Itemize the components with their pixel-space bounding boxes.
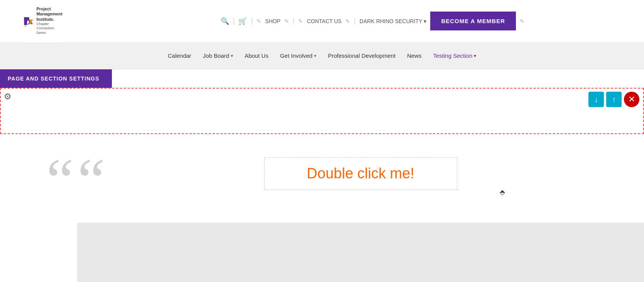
arrow-down-icon: ↓: [594, 95, 598, 104]
gear-button[interactable]: ⚙: [4, 92, 12, 102]
dark-rhino-label: DARK RHINO SECURITY: [360, 18, 423, 24]
nav-items-list: Calendar Job Board About Us Get Involved…: [168, 49, 477, 62]
member-pencil-icon[interactable]: ✎: [520, 18, 524, 24]
move-up-button[interactable]: ↑: [606, 92, 622, 107]
shop-edit-icon[interactable]: ✎: [257, 18, 261, 24]
separator-3: |: [293, 17, 295, 25]
logo-area[interactable]: Project Project Management Institute. Ch…: [24, 0, 63, 42]
nav-item-calendar[interactable]: Calendar: [168, 49, 191, 62]
nav-item-jobboard[interactable]: Job Board: [203, 49, 233, 62]
top-nav-right: 🔍 | 🛒 | ✎ SHOP ✎ | ✎ CONTACT US ✎ | DARK…: [63, 12, 636, 30]
gray-content-block: [77, 223, 644, 282]
editable-text: Double click me!: [307, 165, 414, 181]
arrow-up-icon: ↑: [612, 95, 616, 104]
main-nav: Calendar Job Board About Us Get Involved…: [0, 42, 644, 69]
svg-text:Project: Project: [24, 26, 27, 27]
logo-svg: Project: [24, 4, 35, 39]
content-area: “ “ Double click me! ⬘: [0, 134, 644, 282]
contact-edit-icon[interactable]: ✎: [298, 18, 303, 24]
separator-4: |: [354, 17, 356, 25]
contact-pencil-icon[interactable]: ✎: [345, 18, 350, 24]
become-member-button[interactable]: BECOME A MEMBER: [430, 12, 516, 30]
move-down-button[interactable]: ↓: [588, 92, 604, 107]
nav-item-prodev[interactable]: Professional Development: [328, 49, 396, 62]
search-icon[interactable]: 🔍: [221, 17, 229, 25]
contact-us-link[interactable]: CONTACT US: [307, 18, 341, 24]
cart-icon[interactable]: 🛒: [238, 17, 247, 25]
section-settings-bar[interactable]: PAGE AND SECTION SETTINGS: [0, 69, 112, 88]
close-icon: ✕: [628, 94, 635, 104]
action-buttons: ↓ ↑ ✕: [588, 92, 639, 107]
quote-mark-2: “: [78, 149, 105, 211]
nav-item-testing[interactable]: Testing Section: [433, 49, 477, 62]
quote-marks: “ “: [46, 149, 105, 211]
top-bar: Project Project Management Institute. Ch…: [0, 0, 644, 42]
nav-item-news[interactable]: News: [407, 49, 422, 62]
cursor-indicator: ⬘: [500, 188, 505, 196]
dark-rhino-arrow: ▾: [424, 18, 426, 24]
edit-zone: ⚙ ↓ ↑ ✕: [0, 88, 644, 134]
quote-mark-1: “: [46, 149, 74, 211]
close-button[interactable]: ✕: [624, 92, 639, 107]
editable-box[interactable]: Double click me!: [264, 157, 457, 190]
nav-item-getinvolved[interactable]: Get Involved: [280, 49, 316, 62]
dark-rhino-dropdown[interactable]: DARK RHINO SECURITY ▾: [360, 18, 427, 24]
gear-icon: ⚙: [4, 92, 12, 101]
nav-item-aboutus[interactable]: About Us: [245, 49, 269, 62]
shop-pencil-icon[interactable]: ✎: [284, 18, 289, 24]
separator-1: |: [233, 17, 235, 25]
separator-2: |: [251, 17, 253, 25]
shop-link[interactable]: SHOP: [265, 18, 281, 24]
